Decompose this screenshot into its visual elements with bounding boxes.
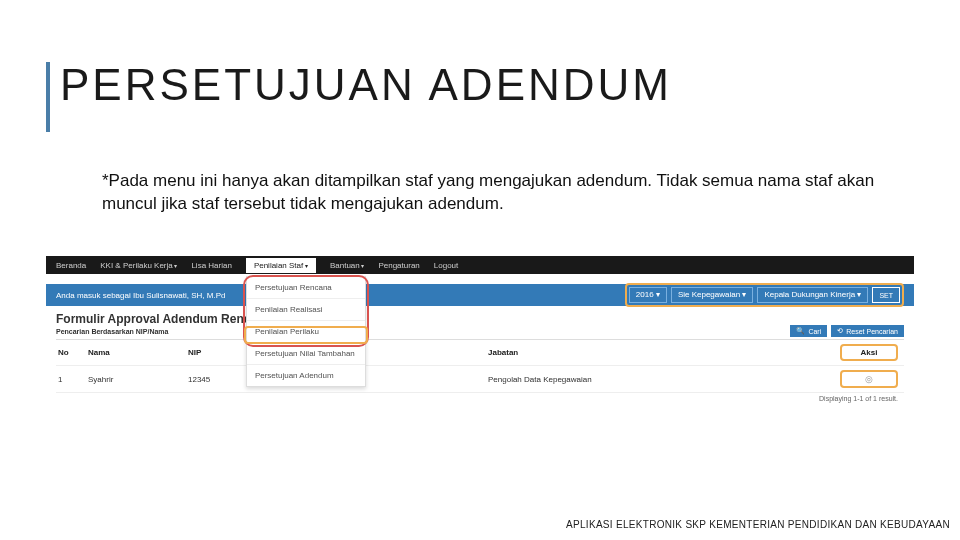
cell-no: 1 <box>56 375 88 384</box>
nav-beranda[interactable]: Beranda <box>56 261 86 270</box>
dropdown-item-realisasi[interactable]: Penilaian Realisasi <box>247 299 365 321</box>
col-aksi: Aksi <box>748 344 904 361</box>
form-title: Formulir Approval Adendum Renc <box>56 312 904 326</box>
year-select[interactable]: 2016 ▾ <box>629 287 667 303</box>
welcome-text: Anda masuk sebagai Ibu Sulisnawati, SH, … <box>56 291 225 300</box>
title-accent-bar <box>46 62 50 132</box>
dropdown-item-rencana[interactable]: Persetujuan Rencana <box>247 277 365 299</box>
nav-logout[interactable]: Logout <box>434 261 458 270</box>
dropdown-item-nilai-tambahan[interactable]: Persetujuan Nilai Tambahan <box>247 343 365 365</box>
search-icon: 🔍 <box>796 327 805 335</box>
dropdown-item-adendum[interactable]: Persetujuan Adendum <box>247 365 365 386</box>
nav-penilaian-staf[interactable]: Penilaian Staf <box>246 258 316 273</box>
col-no: No <box>56 348 88 357</box>
slide-footer: APLIKASI ELEKTRONIK SKP KEMENTERIAN PEND… <box>566 519 950 530</box>
cell-jabatan: Pengolah Data Kepegawaian <box>488 375 748 384</box>
nav-pengaturan[interactable]: Pengaturan <box>378 261 419 270</box>
reset-icon: ⟲ <box>837 327 843 335</box>
view-icon[interactable]: ◎ <box>865 374 873 384</box>
form-area: Formulir Approval Adendum Renc Pencarian… <box>46 306 914 406</box>
penilaian-dropdown: Persetujuan Rencana Penilaian Realisasi … <box>246 276 366 387</box>
app-screenshot: Beranda KKI & Perilaku Kerja Lisa Harian… <box>46 256 914 406</box>
staff-table: No Nama NIP Pangkat/Golongan Jabatan Aks… <box>56 339 904 393</box>
nav-bantuan[interactable]: Bantuan <box>330 261 364 270</box>
callout-orange-aksi-header: Aksi <box>840 344 898 361</box>
slide-note: *Pada menu ini hanya akan ditampilkan st… <box>102 170 900 216</box>
col-jabatan: Jabatan <box>488 348 748 357</box>
cari-button[interactable]: 🔍Cari <box>790 325 827 337</box>
nav-kki[interactable]: KKI & Perilaku Kerja <box>100 261 177 270</box>
table-row: 1 Syahrir 12345 Penata Muda, III/a Pengo… <box>56 366 904 393</box>
nav-lisa-harian[interactable]: Lisa Harian <box>191 261 231 270</box>
callout-orange-aksi-cell: ◎ <box>840 370 898 388</box>
reset-button[interactable]: ⟲Reset Pencarian <box>831 325 904 337</box>
table-header-row: No Nama NIP Pangkat/Golongan Jabatan Aks… <box>56 340 904 366</box>
slide-title: PERSETUJUAN ADENDUM <box>60 60 672 110</box>
callout-orange-context: 2016 ▾ Sie Kepegawaian ▾ Kepala Dukungan… <box>625 283 904 307</box>
dropdown-item-perilaku[interactable]: Penilaian Perilaku <box>247 321 365 343</box>
context-bar: Anda masuk sebagai Ibu Sulisnawati, SH, … <box>46 284 914 306</box>
cell-nama: Syahrir <box>88 375 188 384</box>
unit-select[interactable]: Kepala Dukungan Kinerja ▾ <box>757 287 868 303</box>
role-select[interactable]: Sie Kepegawaian ▾ <box>671 287 754 303</box>
set-button[interactable]: SET <box>872 287 900 303</box>
table-pager: Displaying 1-1 of 1 result. <box>56 393 904 406</box>
col-nama: Nama <box>88 348 188 357</box>
search-label: Pencarian Berdasarkan NIP/Nama <box>56 328 904 335</box>
app-navbar: Beranda KKI & Perilaku Kerja Lisa Harian… <box>46 256 914 274</box>
cell-aksi: ◎ <box>748 370 904 388</box>
